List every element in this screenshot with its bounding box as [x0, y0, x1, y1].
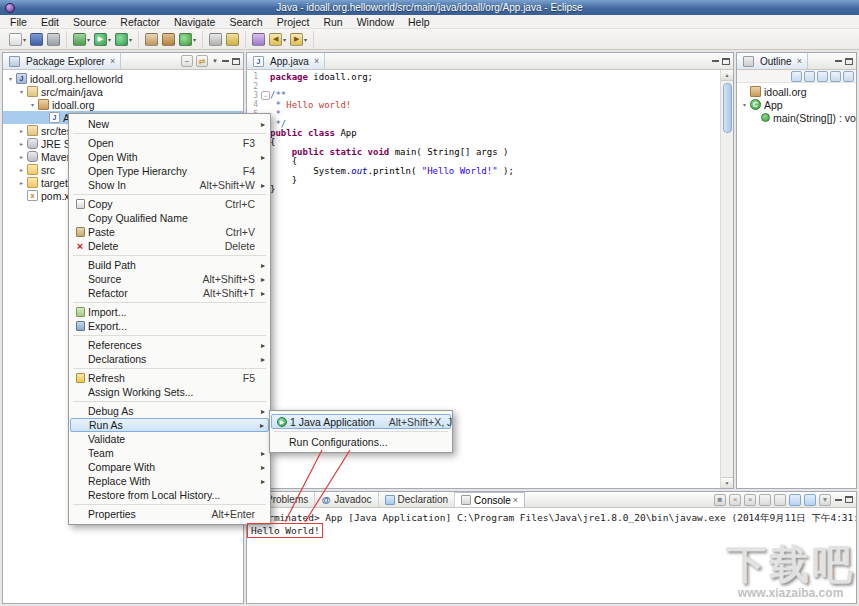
menubar-item-search[interactable]: Search: [222, 15, 269, 28]
menu-item-refresh[interactable]: RefreshF5: [70, 371, 269, 385]
menu-item-copy[interactable]: CopyCtrl+C: [70, 197, 269, 211]
search-icon[interactable]: [224, 32, 241, 47]
maximize-icon[interactable]: [232, 58, 240, 65]
dropdown-arrow-icon[interactable]: ▾: [108, 36, 111, 43]
code-line[interactable]: 5 *: [247, 110, 720, 119]
tab-package-explorer[interactable]: Package Explorer ×: [3, 53, 121, 69]
menu-item-delete[interactable]: ×DeleteDelete: [70, 239, 269, 253]
minimize-icon[interactable]: [222, 60, 229, 62]
code-line[interactable]: 10 {: [247, 157, 720, 166]
code-line[interactable]: 9 public static void main( String[] args…: [247, 147, 720, 156]
scrollbar-thumb[interactable]: [723, 83, 732, 133]
menu-item-references[interactable]: References▸: [70, 338, 269, 352]
display-selected-console-icon[interactable]: [804, 494, 816, 506]
close-icon[interactable]: ×: [314, 57, 319, 66]
menubar-item-navigate[interactable]: Navigate: [167, 15, 222, 28]
tab-app-java[interactable]: J App.java ×: [247, 53, 325, 69]
tree-item-app[interactable]: ▾CApp: [737, 98, 856, 111]
menu-item-team[interactable]: Team▸: [70, 446, 269, 460]
collapse-icon[interactable]: ▾: [28, 101, 37, 108]
hide-fields-icon[interactable]: [804, 71, 815, 82]
clear-console-icon[interactable]: [759, 494, 771, 506]
code-line[interactable]: 6 */: [247, 119, 720, 128]
menubar-item-edit[interactable]: Edit: [34, 15, 66, 28]
remove-all-launches-icon[interactable]: ×: [744, 494, 756, 506]
collapse-all-icon[interactable]: −: [181, 55, 193, 67]
collapse-icon[interactable]: ▾: [740, 101, 749, 108]
code-line[interactable]: 11 System.out.println( "Hello World!" );: [247, 166, 720, 175]
dropdown-arrow-icon[interactable]: ▾: [193, 36, 196, 43]
menubar-item-window[interactable]: Window: [350, 15, 401, 28]
fold-icon[interactable]: −: [261, 91, 270, 100]
dropdown-arrow-icon[interactable]: ▾: [304, 36, 307, 43]
hide-non-public-members-icon[interactable]: [830, 71, 841, 82]
maximize-icon[interactable]: [845, 58, 853, 65]
menu-item-import[interactable]: Import...: [70, 305, 269, 319]
dropdown-arrow-icon[interactable]: ▾: [129, 36, 132, 43]
close-icon[interactable]: ×: [513, 496, 518, 505]
menu-item-properties[interactable]: PropertiesAlt+Enter: [70, 507, 269, 521]
dropdown-arrow-icon[interactable]: ▾: [283, 36, 286, 43]
menu-item-build-path[interactable]: Build Path▸: [70, 258, 269, 272]
link-with-editor-icon[interactable]: ⇄: [196, 55, 208, 67]
run-icon[interactable]: ▶▾: [92, 32, 113, 47]
debug-icon[interactable]: ▾: [71, 32, 92, 47]
code-line[interactable]: 3−/**: [247, 91, 720, 100]
menu-item-new[interactable]: New▸: [70, 117, 269, 131]
menu-item-run-as[interactable]: Run As▸: [70, 418, 269, 432]
menu-item-export[interactable]: Export...: [70, 319, 269, 333]
code-line[interactable]: 2: [247, 81, 720, 90]
menubar-item-help[interactable]: Help: [401, 15, 437, 28]
code-line[interactable]: 4 * Hello world!: [247, 100, 720, 109]
menubar-item-project[interactable]: Project: [270, 15, 317, 28]
menu-item-declarations[interactable]: Declarations▸: [70, 352, 269, 366]
open-console-icon[interactable]: ▾: [819, 494, 831, 506]
close-icon[interactable]: ×: [110, 57, 115, 66]
menubar-item-refactor[interactable]: Refactor: [113, 15, 167, 28]
collapse-icon[interactable]: ▾: [17, 88, 26, 95]
collapse-icon[interactable]: ▾: [6, 75, 15, 82]
tab-outline[interactable]: Outline ×: [737, 53, 808, 69]
scroll-up-icon[interactable]: ▲: [721, 70, 734, 81]
pin-console-icon[interactable]: [789, 494, 801, 506]
code-line[interactable]: 8{: [247, 138, 720, 147]
menu-item-debug-as[interactable]: Debug As▸: [70, 404, 269, 418]
new-package-icon[interactable]: [160, 32, 177, 47]
menu-item-run-configurations[interactable]: Run Configurations...: [271, 434, 451, 449]
hide-local-types-icon[interactable]: [843, 71, 854, 82]
new-wizard-icon[interactable]: ▾: [7, 32, 28, 47]
tree-item-idoall-org[interactable]: ▾idoall.org: [3, 98, 243, 111]
code-line[interactable]: 12 }: [247, 175, 720, 184]
remove-launch-icon[interactable]: ×: [729, 494, 741, 506]
menu-item-source[interactable]: SourceAlt+Shift+S▸: [70, 272, 269, 286]
scroll-lock-icon[interactable]: [774, 494, 786, 506]
dropdown-arrow-icon[interactable]: ▾: [87, 36, 90, 43]
view-menu-icon[interactable]: ▼: [211, 58, 219, 64]
expand-icon[interactable]: ▸: [17, 140, 26, 147]
menu-item-open[interactable]: OpenF3: [70, 136, 269, 150]
menu-item-open-type-hierarchy[interactable]: Open Type HierarchyF4: [70, 164, 269, 178]
menu-item-restore-from-local-history[interactable]: Restore from Local History...: [70, 488, 269, 502]
tree-item-idoall-org-helloworld[interactable]: ▾Jidoall.org.helloworld: [3, 72, 243, 85]
sort-icon[interactable]: [791, 71, 802, 82]
code-line[interactable]: 13}: [247, 185, 720, 194]
expand-icon[interactable]: ▸: [17, 179, 26, 186]
menubar-item-source[interactable]: Source: [66, 15, 113, 28]
tab-console[interactable]: Console×: [455, 492, 525, 507]
expand-icon[interactable]: ▸: [17, 166, 26, 173]
new-class-icon[interactable]: ▾: [177, 32, 198, 47]
menu-item-replace-with[interactable]: Replace With▸: [70, 474, 269, 488]
code-line[interactable]: 7public class App: [247, 128, 720, 137]
maximize-icon[interactable]: [845, 496, 853, 503]
tree-item-idoall-org[interactable]: idoall.org: [737, 85, 856, 98]
editor-scrollbar[interactable]: ▲ ▼: [720, 70, 733, 488]
tree-item-main-string-void[interactable]: main(String[]) : void: [737, 111, 856, 124]
menubar-item-file[interactable]: File: [3, 15, 34, 28]
menu-item-show-in[interactable]: Show InAlt+Shift+W▸: [70, 178, 269, 192]
scroll-down-icon[interactable]: ▼: [721, 477, 734, 488]
last-edit-location-icon[interactable]: [250, 32, 267, 47]
minimize-icon[interactable]: [835, 60, 842, 62]
menu-item-paste[interactable]: PasteCtrl+V: [70, 225, 269, 239]
menu-item-compare-with[interactable]: Compare With▸: [70, 460, 269, 474]
new-java-project-icon[interactable]: [143, 32, 160, 47]
